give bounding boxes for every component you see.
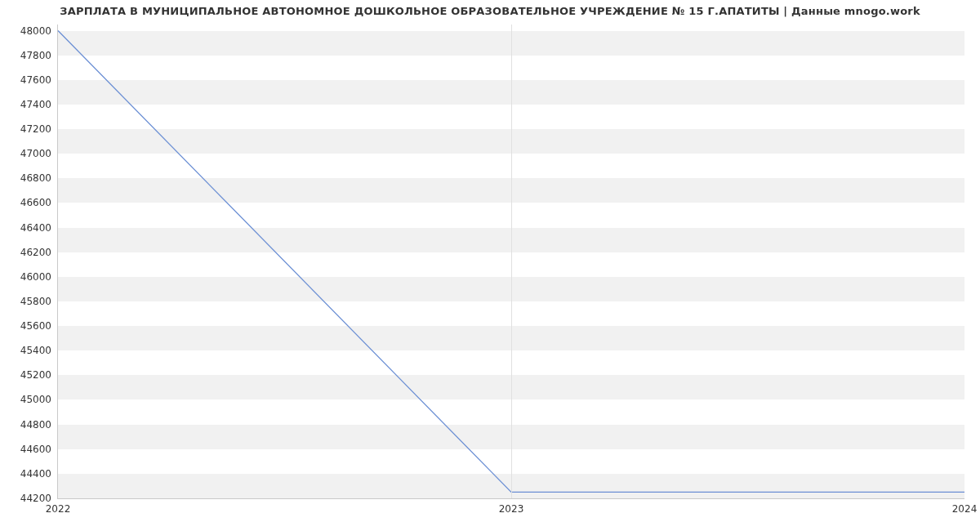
y-tick-label: 44800 xyxy=(20,419,51,431)
y-tick-label: 47800 xyxy=(20,50,51,61)
y-tick-label: 45200 xyxy=(20,369,51,381)
y-tick-label: 47000 xyxy=(20,148,51,159)
chart-title: ЗАРПЛАТА В МУНИЦИПАЛЬНОЕ АВТОНОМНОЕ ДОШК… xyxy=(0,5,980,17)
y-tick-label: 47200 xyxy=(20,123,51,135)
y-tick-label: 46800 xyxy=(20,172,51,184)
y-tick-label: 45000 xyxy=(20,394,51,405)
y-tick-label: 45800 xyxy=(20,296,51,307)
plot-area: 4420044400446004480045000452004540045600… xyxy=(57,25,964,499)
y-tick-label: 46400 xyxy=(20,222,51,234)
y-tick-label: 46600 xyxy=(20,197,51,208)
salary-chart: ЗАРПЛАТА В МУНИЦИПАЛЬНОЕ АВТОНОМНОЕ ДОШК… xyxy=(0,0,980,531)
y-tick-label: 46200 xyxy=(20,247,51,258)
x-tick-label: 2023 xyxy=(499,503,524,515)
x-gridline xyxy=(511,25,512,498)
y-tick-label: 45400 xyxy=(20,345,51,356)
x-tick-label: 2024 xyxy=(952,503,978,515)
y-tick-label: 44200 xyxy=(20,493,51,504)
y-tick-label: 44400 xyxy=(20,468,51,480)
y-tick-label: 45600 xyxy=(20,320,51,332)
x-tick-label: 2022 xyxy=(46,503,71,515)
y-tick-label: 47600 xyxy=(20,74,51,86)
y-tick-label: 47400 xyxy=(20,99,51,110)
y-tick-label: 48000 xyxy=(20,25,51,37)
y-tick-label: 46000 xyxy=(20,271,51,283)
y-tick-label: 44600 xyxy=(20,444,51,455)
